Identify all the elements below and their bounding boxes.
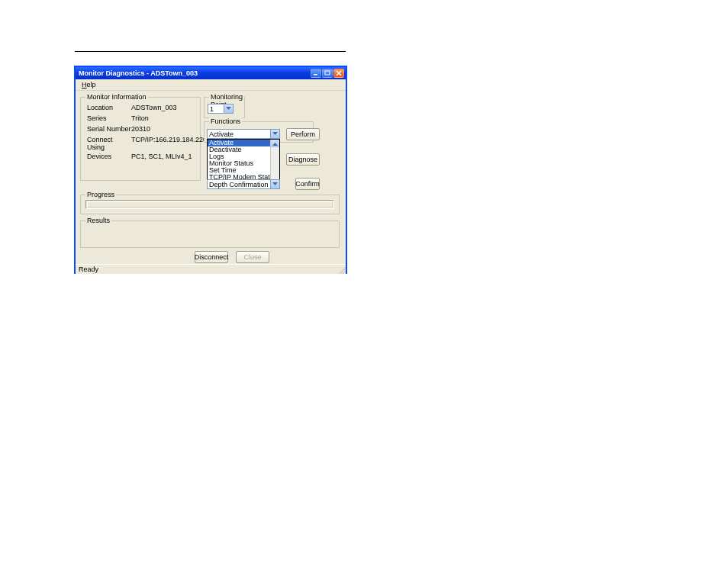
document-rule <box>75 51 346 52</box>
value-series: Triton <box>131 114 149 122</box>
progress-bar <box>85 200 334 209</box>
group-label-monitor-information: Monitor Information <box>85 93 148 101</box>
value-location: ADSTown_003 <box>131 104 177 111</box>
disconnect-button-label: Disconnect <box>195 253 229 261</box>
label-connect-using: Connect Using <box>87 136 131 151</box>
combo-monitoring-point[interactable]: 1 <box>208 104 234 114</box>
menu-help[interactable]: Help <box>79 81 99 88</box>
confirm-button-label: Confirm <box>295 180 320 188</box>
group-results: Results <box>80 220 340 248</box>
label-serial-number: Serial Number <box>87 125 131 133</box>
close-dialog-button: Close <box>236 251 269 263</box>
chevron-down-icon <box>224 105 233 113</box>
combo-depth-confirmation-value: Depth Confirmation <box>209 181 269 188</box>
scroll-up-icon[interactable] <box>271 140 279 147</box>
close-dialog-button-label: Close <box>243 253 261 261</box>
chevron-down-icon <box>270 130 279 138</box>
close-button[interactable] <box>333 69 344 78</box>
diagnose-button-label: Diagnose <box>288 156 317 163</box>
value-serial-number: 20310 <box>131 125 150 133</box>
svg-rect-0 <box>314 74 317 76</box>
confirm-button[interactable]: Confirm <box>295 178 320 190</box>
maximize-button[interactable] <box>322 69 333 78</box>
group-label-results: Results <box>85 217 111 224</box>
dialog-window: Monitor Diagnostics - ADSTown_003 Help <box>74 66 347 274</box>
chevron-down-icon <box>270 180 279 188</box>
combo-function-value: Activate <box>209 130 234 138</box>
combo-depth-confirmation[interactable]: Depth Confirmation <box>207 179 280 189</box>
value-connect-using: TCP/IP:166.219.184.220 <box>131 136 207 151</box>
group-label-progress: Progress <box>85 191 116 198</box>
diagnose-button[interactable]: Diagnose <box>286 153 320 166</box>
svg-rect-1 <box>325 71 330 75</box>
group-monitor-information: Monitor Information Location ADSTown_003… <box>80 97 201 181</box>
value-devices: PC1, SC1, MLIv4_1 <box>131 153 192 160</box>
client-area: Monitor Information Location ADSTown_003… <box>76 91 346 264</box>
statusbar: Ready <box>76 264 346 274</box>
titlebar[interactable]: Monitor Diagnostics - ADSTown_003 <box>76 67 346 79</box>
combo-function[interactable]: Activate <box>207 129 280 139</box>
label-location: Location <box>87 104 131 111</box>
label-series: Series <box>87 114 131 122</box>
status-text: Ready <box>79 265 98 273</box>
disconnect-button[interactable]: Disconnect <box>195 251 228 263</box>
perform-button-label: Perform <box>291 130 315 138</box>
group-progress: Progress <box>80 195 340 214</box>
perform-button[interactable]: Perform <box>286 128 320 140</box>
group-monitoring-point: Monitoring Point 1 <box>204 97 245 118</box>
window-title: Monitor Diagnostics - ADSTown_003 <box>79 69 311 77</box>
label-devices: Devices <box>87 153 131 160</box>
minimize-button[interactable] <box>311 69 321 78</box>
menubar: Help <box>76 79 346 91</box>
group-label-functions: Functions <box>209 117 242 125</box>
combo-monitoring-point-value: 1 <box>210 105 214 113</box>
resize-grip-icon[interactable] <box>337 265 346 274</box>
